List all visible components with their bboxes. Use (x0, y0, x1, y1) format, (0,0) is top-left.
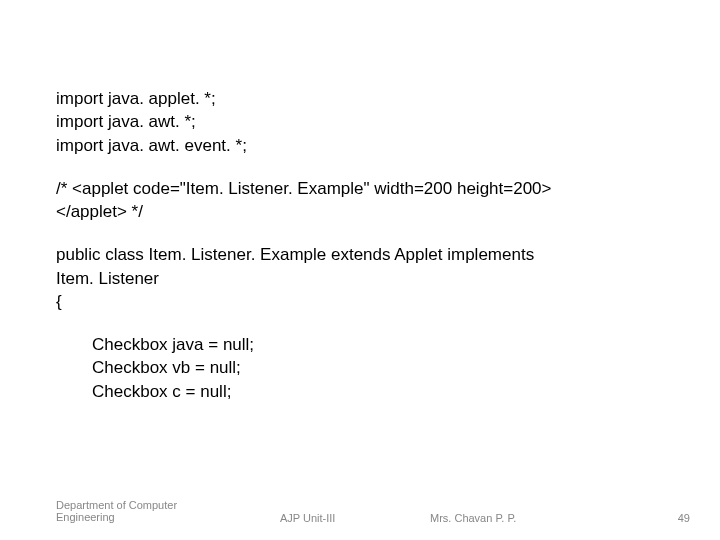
footer-page-number: 49 (678, 512, 690, 524)
blank-line (56, 224, 666, 244)
code-line: { (56, 291, 666, 312)
code-block: import java. applet. *; import java. awt… (56, 88, 666, 404)
footer-author: Mrs. Chavan P. P. (430, 512, 516, 524)
footer-course: AJP Unit-III (280, 512, 335, 524)
code-line: /* <applet code="Item. Listener. Example… (56, 178, 666, 199)
code-line: import java. awt. event. *; (56, 135, 666, 156)
code-line: Item. Listener (56, 268, 666, 289)
code-line: </applet> */ (56, 201, 666, 222)
blank-line (56, 158, 666, 178)
code-line: public class Item. Listener. Example ext… (56, 244, 666, 265)
code-line: Checkbox vb = null; (56, 357, 666, 378)
blank-line (56, 314, 666, 334)
slide: import java. applet. *; import java. awt… (0, 0, 720, 540)
code-line: Checkbox java = null; (56, 334, 666, 355)
code-line: import java. applet. *; (56, 88, 666, 109)
footer-department: Department of Computer Engineering (56, 499, 206, 524)
code-line: Checkbox c = null; (56, 381, 666, 402)
code-line: import java. awt. *; (56, 111, 666, 132)
